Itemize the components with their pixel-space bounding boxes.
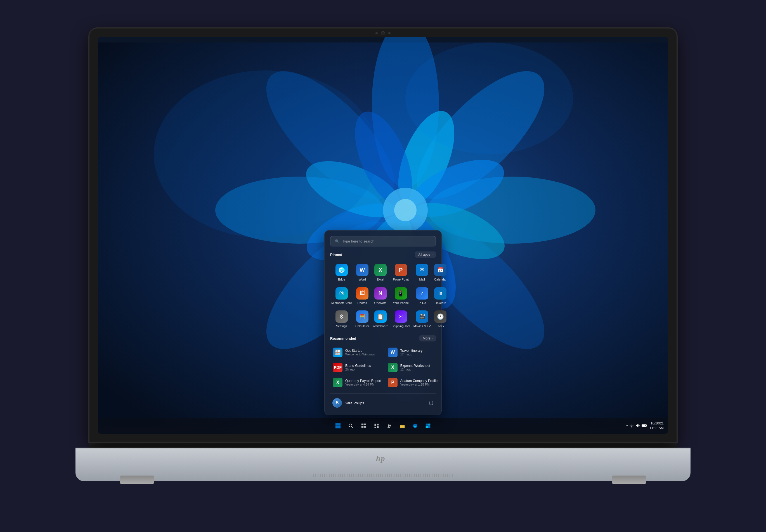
screen-bezel: 🔍 Type here to search Pinned All apps › <box>89 29 677 442</box>
taskbar-edge-button[interactable] <box>410 420 421 431</box>
recommended-grid: 🪟 Get Started Welcome to Windows W <box>330 345 436 389</box>
mail-icon: ✉ <box>416 264 428 276</box>
rec-time-expense: 12h ago <box>400 368 438 371</box>
user-power-row: S Sara Philips <box>330 393 436 409</box>
rec-name-brand: Brand Guidelines <box>345 364 381 368</box>
rec-adatum[interactable]: P Adatum Company Profile Yesterday at 1:… <box>385 376 440 389</box>
taskbar-center <box>332 420 434 431</box>
laptop: 🔍 Type here to search Pinned All apps › <box>75 29 691 503</box>
onenote-icon: N <box>374 287 387 300</box>
app-clock[interactable]: 🕐 Clock <box>433 308 448 330</box>
app-whiteboard[interactable]: 📋 Whiteboard <box>371 308 390 330</box>
user-info[interactable]: S Sara Philips <box>330 396 366 409</box>
onenote-label: OneNote <box>374 301 387 305</box>
snipping-label: Snipping Tool <box>392 324 410 328</box>
wifi-icon[interactable] <box>629 424 634 428</box>
calculator-icon: 🧮 <box>356 310 368 323</box>
search-placeholder: Type here to search <box>342 239 374 243</box>
search-bar[interactable]: 🔍 Type here to search <box>330 236 436 246</box>
brand-icon: PDF <box>333 363 342 372</box>
app-settings[interactable]: ⚙ Settings <box>330 308 353 330</box>
app-mail[interactable]: ✉ Mail <box>413 262 432 284</box>
svg-point-25 <box>349 424 352 427</box>
more-button[interactable]: More › <box>419 335 436 341</box>
clock-label: Clock <box>437 324 444 328</box>
pinned-title: Pinned <box>330 253 342 257</box>
taskbar-right: ^ <box>626 421 664 431</box>
rec-expense[interactable]: X Expense Worksheet 12h ago <box>385 360 440 374</box>
edge-label: Edge <box>338 278 345 281</box>
app-calendar[interactable]: 📅 Calendar <box>433 262 448 284</box>
system-tray[interactable]: ^ <box>626 424 647 428</box>
whiteboard-icon: 📋 <box>374 310 387 323</box>
get-started-icon: 🪟 <box>333 348 342 357</box>
svg-rect-32 <box>377 426 379 428</box>
power-button[interactable] <box>426 398 436 408</box>
rec-name-payroll: Quarterly Payroll Report <box>345 379 381 383</box>
payroll-icon: X <box>333 378 342 387</box>
pinned-app-grid: Edge W Word X Excel <box>330 262 436 330</box>
expense-icon: X <box>388 363 398 372</box>
chevron-icon[interactable]: ^ <box>626 424 628 427</box>
app-excel[interactable]: X Excel <box>371 262 390 284</box>
taskbar-store-button[interactable] <box>423 420 434 431</box>
rec-brand[interactable]: PDF Brand Guidelines 2h ago <box>330 360 384 374</box>
taskbar-search-button[interactable] <box>345 420 356 431</box>
app-store[interactable]: 🛍 Microsoft Store <box>330 285 353 307</box>
taskbar-widgets-button[interactable] <box>371 420 382 431</box>
app-snipping[interactable]: ✂ Snipping Tool <box>391 308 411 330</box>
travel-icon: W <box>388 348 398 357</box>
phone-icon: 📱 <box>395 287 407 300</box>
word-icon: W <box>356 264 368 276</box>
excel-icon: X <box>374 264 387 276</box>
app-onenote[interactable]: N OneNote <box>371 285 390 307</box>
rec-time-payroll: Yesterday at 4:24 PM <box>345 383 381 386</box>
taskbar-taskview-button[interactable] <box>358 420 369 431</box>
svg-rect-29 <box>364 426 366 428</box>
app-word[interactable]: W Word <box>354 262 370 284</box>
recommended-title: Recommended <box>330 336 356 341</box>
rec-travel[interactable]: W Travel Itinerary 17m ago <box>385 345 440 359</box>
app-calculator[interactable]: 🧮 Calculator <box>354 308 370 330</box>
app-edge[interactable]: Edge <box>330 262 353 284</box>
app-movies[interactable]: 🎬 Movies & TV <box>413 308 432 330</box>
recommended-section: Recommended More › 🪟 <box>330 335 436 389</box>
svg-rect-26 <box>361 424 364 425</box>
snipping-icon: ✂ <box>395 310 407 323</box>
taskbar-date: 10/20/21 <box>649 421 664 426</box>
taskbar-explorer-button[interactable] <box>397 420 408 431</box>
app-photos[interactable]: 🖼 Photos <box>354 285 370 307</box>
settings-icon: ⚙ <box>335 310 348 323</box>
mail-label: Mail <box>419 278 425 281</box>
start-button[interactable] <box>332 420 343 431</box>
hinge-area <box>89 442 677 448</box>
app-todo[interactable]: ✓ To Do <box>413 285 432 307</box>
start-menu: 🔍 Type here to search Pinned All apps › <box>324 230 442 415</box>
volume-icon[interactable] <box>636 424 640 428</box>
linkedin-icon: in <box>434 287 447 300</box>
wallpaper: 🔍 Type here to search Pinned All apps › <box>98 37 668 434</box>
whiteboard-label: Whiteboard <box>372 324 388 328</box>
app-powerpoint[interactable]: P PowerPoint <box>391 262 411 284</box>
svg-rect-28 <box>361 426 364 428</box>
word-label: Word <box>359 278 366 281</box>
edge-icon <box>335 264 348 276</box>
all-apps-button[interactable]: All apps › <box>415 251 436 258</box>
app-linkedin[interactable]: in LinkedIn <box>433 285 448 307</box>
calculator-label: Calculator <box>355 324 369 328</box>
linkedin-label: LinkedIn <box>435 301 446 305</box>
svg-rect-41 <box>642 425 646 426</box>
battery-icon[interactable] <box>642 424 647 428</box>
taskbar-chat-button[interactable] <box>384 420 395 431</box>
rec-payroll[interactable]: X Quarterly Payroll Report Yesterday at … <box>330 376 384 389</box>
taskbar: ^ <box>98 418 668 434</box>
movies-icon: 🎬 <box>416 310 428 323</box>
rec-get-started[interactable]: 🪟 Get Started Welcome to Windows <box>330 345 384 359</box>
excel-label: Excel <box>376 278 384 281</box>
hinges <box>75 476 691 484</box>
photos-icon: 🖼 <box>356 287 368 300</box>
webcam-sensor <box>375 32 378 34</box>
app-yourphone[interactable]: 📱 Your Phone <box>391 285 411 307</box>
clock-display[interactable]: 10/20/21 11:11 AM <box>649 421 664 431</box>
taskbar-time: 11:11 AM <box>649 426 664 431</box>
